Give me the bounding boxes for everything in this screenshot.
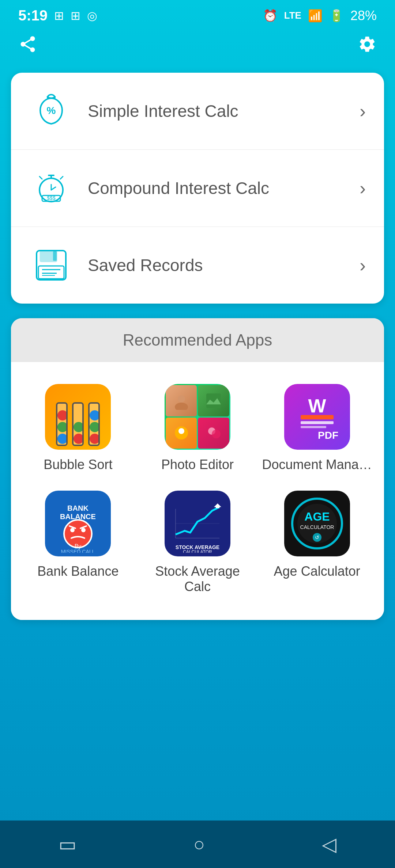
battery-percent: 28% xyxy=(350,8,377,23)
alarm-icon: ⏰ xyxy=(263,9,278,23)
svg-rect-6 xyxy=(53,251,57,261)
stock-average-label: Stock Average Calc xyxy=(142,564,254,594)
recent-apps-button[interactable]: ▭ xyxy=(59,833,76,855)
age-calculator-label: Age Calculator xyxy=(274,564,360,579)
svg-text:MISSED CALL: MISSED CALL xyxy=(61,549,95,553)
recommended-card: Recommended Apps xyxy=(11,318,384,620)
svg-text:%: % xyxy=(47,105,56,116)
simple-interest-item[interactable]: % Simple Interest Calc › xyxy=(11,73,384,150)
svg-text:PDF: PDF xyxy=(318,430,338,441)
compound-interest-item[interactable]: $$$ Compound Interest Calc › xyxy=(11,150,384,227)
document-manager-icon: W PDF xyxy=(284,384,350,450)
svg-text:↺: ↺ xyxy=(315,534,319,540)
simple-interest-chevron: › xyxy=(360,100,366,122)
bank-balance-label: Bank Balance xyxy=(37,564,118,579)
simple-interest-icon: % xyxy=(29,89,73,133)
svg-text:CALCULATOR: CALCULATOR xyxy=(183,549,212,553)
status-icon-1: ⊞ xyxy=(54,9,64,23)
status-bar: 5:19 ⊞ ⊞ ◎ ⏰ LTE 📶 🔋 28% xyxy=(0,0,395,27)
lte-icon: LTE xyxy=(284,10,301,21)
svg-point-11 xyxy=(178,395,185,403)
stock-calc-icon: STOCK AVERAGE CALCULATOR xyxy=(165,491,230,556)
svg-text:BANK: BANK xyxy=(67,504,89,512)
svg-point-12 xyxy=(175,403,188,410)
settings-button[interactable] xyxy=(358,35,377,58)
svg-point-17 xyxy=(212,430,221,438)
svg-text:CALCULATOR: CALCULATOR xyxy=(300,524,334,530)
svg-text:AGE: AGE xyxy=(304,510,330,523)
compound-interest-label: Compound Interest Calc xyxy=(88,178,360,198)
svg-rect-19 xyxy=(301,415,334,419)
battery-icon: 🔋 xyxy=(329,9,344,23)
svg-point-28 xyxy=(81,528,86,532)
app-item-age-calculator[interactable]: AGE CALCULATOR ↺ Age Calculator xyxy=(257,483,377,605)
status-icon-2: ⊞ xyxy=(71,9,80,23)
bank-balance-icon: BANK BALANCE By MISSED CALL xyxy=(45,491,111,556)
svg-text:W: W xyxy=(308,395,326,416)
compound-interest-chevron: › xyxy=(360,178,366,199)
bubble-sort-icon xyxy=(45,384,111,450)
saved-records-label: Saved Records xyxy=(88,255,360,275)
home-button[interactable]: ○ xyxy=(193,833,205,855)
simple-interest-label: Simple Interest Calc xyxy=(88,101,360,121)
recommended-header: Recommended Apps xyxy=(11,318,384,362)
photo-editor-label: Photo Editor xyxy=(161,457,234,472)
document-manager-label: Document Mana… xyxy=(262,457,372,472)
age-calc-icon: AGE CALCULATOR ↺ xyxy=(284,491,350,556)
svg-point-15 xyxy=(178,428,184,434)
app-item-bubble-sort[interactable]: Bubble Sort xyxy=(18,377,138,483)
status-left: 5:19 ⊞ ⊞ ◎ xyxy=(18,7,97,24)
status-icon-3: ◎ xyxy=(87,9,97,23)
app-item-photo-editor[interactable]: Photo Editor xyxy=(138,377,257,483)
nav-bar: ▭ ○ ◁ xyxy=(0,821,395,868)
saved-records-chevron: › xyxy=(360,255,366,276)
svg-rect-7 xyxy=(38,266,64,279)
svg-point-27 xyxy=(70,528,75,532)
svg-text:$$$: $$$ xyxy=(47,195,56,201)
main-card: % Simple Interest Calc › $$$ Compound In… xyxy=(11,73,384,304)
apps-grid: Bubble Sort xyxy=(11,362,384,620)
app-item-stock-average[interactable]: STOCK AVERAGE CALCULATOR Stock Average C… xyxy=(138,483,257,605)
app-item-document-manager[interactable]: W PDF Document Mana… xyxy=(257,377,377,483)
back-button[interactable]: ◁ xyxy=(322,833,336,855)
toolbar xyxy=(0,27,395,73)
status-right: ⏰ LTE 📶 🔋 28% xyxy=(263,8,377,23)
app-item-bank-balance[interactable]: BANK BALANCE By MISSED CALL Bank Balan xyxy=(18,483,138,605)
svg-rect-20 xyxy=(301,421,334,424)
signal-icon: 📶 xyxy=(308,9,323,23)
saved-records-icon xyxy=(29,243,73,287)
compound-interest-icon: $$$ xyxy=(29,166,73,210)
saved-records-item[interactable]: Saved Records › xyxy=(11,227,384,304)
bubble-sort-label: Bubble Sort xyxy=(44,457,112,472)
status-time: 5:19 xyxy=(18,7,48,24)
share-button[interactable] xyxy=(18,35,37,58)
svg-rect-21 xyxy=(301,426,326,428)
photo-editor-icon xyxy=(165,384,230,450)
